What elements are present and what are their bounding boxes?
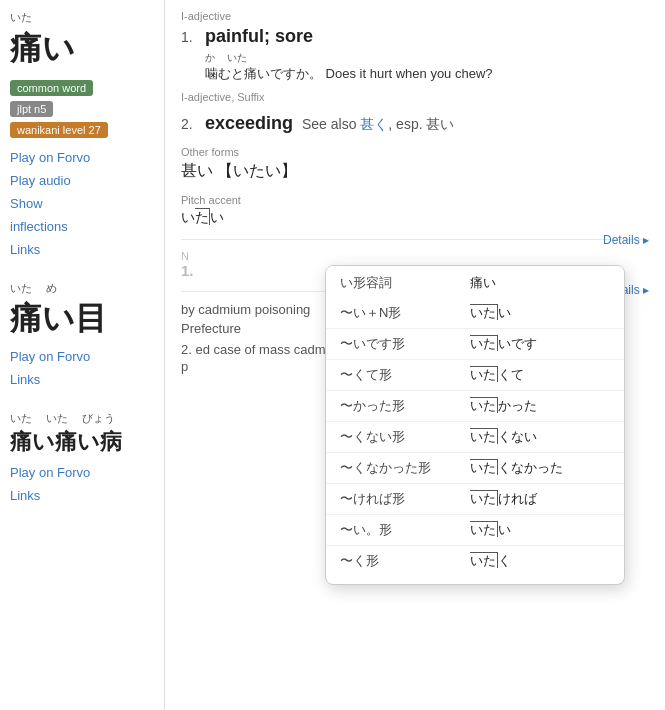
table-row: 〜くなかった形いたくなかった: [326, 453, 624, 484]
inflection-form: 〜くなかった形: [326, 453, 456, 484]
inflection-header-col2: 痛い: [456, 266, 624, 298]
inflection-form: 〜かった形: [326, 391, 456, 422]
table-row: 〜くない形いたくない: [326, 422, 624, 453]
def-text-2: exceeding See also 甚く, esp. 甚い: [205, 113, 454, 134]
pitch-label: Pitch accent: [181, 194, 649, 206]
table-row: 〜くて形いたくて: [326, 360, 624, 391]
table-row: 〜く形いたく: [326, 546, 624, 577]
pitch-drop: い: [210, 209, 224, 225]
entry3-def: ed case of mass cadmium: [195, 342, 346, 357]
table-row: 〜い＋N形いたい: [326, 298, 624, 329]
word1-kanji: 痛い: [10, 27, 154, 71]
inflections-popup: い形容詞 痛い 〜い＋N形いたい〜いです形いたいです〜くて形いたくて〜かった形い…: [325, 265, 625, 585]
inflection-value: いたい: [456, 298, 624, 329]
inflection-form: 〜くない形: [326, 422, 456, 453]
entry1: I-adjective 1. painful; sore か いた 噛むと痛いで…: [181, 10, 649, 227]
word3-furigana3: びょう: [82, 411, 115, 426]
other-forms-label: Other forms: [181, 146, 649, 158]
main-content: I-adjective 1. painful; sore か いた 噛むと痛いで…: [165, 0, 665, 710]
pitch-high: た: [195, 208, 210, 225]
table-row: 〜い。形いたい: [326, 515, 624, 546]
badge-wanikani: wanikani level 27: [10, 122, 108, 138]
table-row: 〜かった形いたかった: [326, 391, 624, 422]
badge-jlpt: jlpt n5: [10, 101, 53, 117]
def-number-2: 2.: [181, 116, 199, 132]
show-link[interactable]: Show: [10, 196, 154, 211]
pos-label-2: I-adjective, Suffix: [181, 91, 649, 103]
word3-kanji: 痛い痛い病: [10, 427, 154, 457]
inflection-header-row: い形容詞 痛い: [326, 266, 624, 298]
def-row-2: 2. exceeding See also 甚く, esp. 甚い: [181, 113, 649, 134]
table-row: 〜いです形いたいです: [326, 329, 624, 360]
example-furigana-row: か いた: [181, 51, 649, 65]
play-on-forvo-link-1[interactable]: Play on Forvo: [10, 150, 154, 165]
word2-furigana2: め: [46, 281, 57, 296]
inflection-value: いたくて: [456, 360, 624, 391]
word3-furigana1: いた: [10, 411, 32, 426]
def-number-1: 1.: [181, 29, 199, 45]
entry2-pos: N: [181, 250, 649, 262]
badge-common: common word: [10, 80, 93, 96]
inflection-form: 〜いです形: [326, 329, 456, 360]
inflection-value: いたくない: [456, 422, 624, 453]
inflection-form: 〜くて形: [326, 360, 456, 391]
table-row: 〜ければ形いたければ: [326, 484, 624, 515]
inflection-value: いたかった: [456, 391, 624, 422]
details-link-1[interactable]: Details ▸: [603, 233, 649, 247]
entry3-number: 2.: [181, 342, 192, 357]
inflection-table: い形容詞 痛い 〜い＋N形いたい〜いです形いたいです〜くて形いたくて〜かった形い…: [326, 266, 624, 576]
def-row-1: 1. painful; sore: [181, 26, 649, 47]
word3-section: いた いた びょう 痛い痛い病 Play on Forvo Links: [10, 411, 154, 503]
inflection-header-col1: い形容詞: [326, 266, 456, 298]
pitch-accent: いたい: [181, 209, 649, 227]
sidebar: いた 痛い common word jlpt n5 wanikani level…: [0, 0, 165, 710]
inflection-value: いたければ: [456, 484, 624, 515]
word3-furigana-row: いた いた びょう: [10, 411, 154, 426]
word1-header: いた 痛い common word jlpt n5 wanikani level…: [10, 10, 154, 142]
see-also: See also 甚く, esp. 甚い: [298, 116, 454, 132]
inflection-form: 〜い。形: [326, 515, 456, 546]
inflections-link[interactable]: inflections: [10, 219, 154, 234]
inflection-form: 〜い＋N形: [326, 298, 456, 329]
see-also-link-1[interactable]: 甚く: [360, 116, 388, 132]
def-text-1: painful; sore: [205, 26, 313, 47]
other-forms-text: 甚い 【いたい】: [181, 161, 649, 182]
word3-furigana2: いた: [46, 411, 68, 426]
links-link-3[interactable]: Links: [10, 488, 154, 503]
play-on-forvo-link-2[interactable]: Play on Forvo: [10, 349, 154, 364]
word2-furigana-row: いた め: [10, 281, 154, 296]
inflection-value: いたくなかった: [456, 453, 624, 484]
inflection-form: 〜ければ形: [326, 484, 456, 515]
inflection-value: いたい: [456, 515, 624, 546]
ex-furi-2: いた: [227, 51, 247, 65]
pos-label-1: I-adjective: [181, 10, 649, 22]
play-audio-link-1[interactable]: Play audio: [10, 173, 154, 188]
word2-furigana1: いた: [10, 281, 32, 296]
ex-furi-1: か: [205, 51, 215, 65]
inflection-value: いたく: [456, 546, 624, 577]
links-link-1[interactable]: Links: [10, 242, 154, 257]
play-on-forvo-link-3[interactable]: Play on Forvo: [10, 465, 154, 480]
pitch-low: い: [181, 209, 195, 225]
word1-furigana: いた: [10, 10, 154, 25]
inflection-value: いたいです: [456, 329, 624, 360]
inflection-form: 〜く形: [326, 546, 456, 577]
links-link-2[interactable]: Links: [10, 372, 154, 387]
word2-section: いた め 痛い目 Play on Forvo Links: [10, 281, 154, 387]
word2-kanji: 痛い目: [10, 297, 154, 341]
example-text-1: 噛むと痛いですか。 Does it hurt when you chew?: [181, 65, 649, 83]
